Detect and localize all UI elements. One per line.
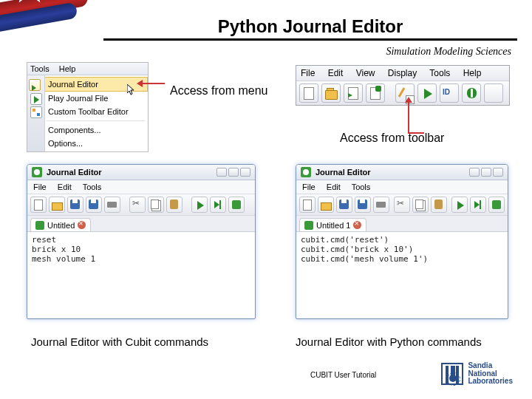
tools-menu-panel: Tools Help Journal Editor Play Journal F… [27,62,149,152]
menu-item-label: Options... [48,139,83,148]
je-toolbar [27,194,255,216]
toolbar-open-icon[interactable] [321,83,341,103]
je-title-text: Journal Editor [316,168,465,177]
toolbar-run-icon[interactable] [417,83,437,103]
menu-tools[interactable]: Tools [30,64,50,73]
toolbar-script-play-icon[interactable] [344,83,363,103]
je-tab-icon [35,221,44,230]
menu-help[interactable]: Help [59,64,76,73]
je-run-icon[interactable] [191,197,208,213]
je-open-icon[interactable] [318,197,334,213]
je-copy-icon[interactable] [412,197,429,213]
je-menu-edit[interactable]: Edit [58,183,72,191]
je-new-icon[interactable] [299,197,316,213]
journal-editor-icon [29,79,41,91]
je-menu-edit[interactable]: Edit [327,183,341,191]
je-menu-file[interactable]: File [33,183,47,191]
slide-title: Python Journal Editor [103,16,517,37]
window-min-icon[interactable] [216,168,227,177]
je-editor-body[interactable]: reset brick x 10 mesh volume 1 [27,232,255,318]
toolbar-extra-icon[interactable] [484,83,503,103]
label-access-menu: Access from menu [170,84,267,98]
je-tab-untitled[interactable]: Untitled [30,218,91,231]
je-copy-icon[interactable] [148,197,164,213]
toolbar-journal-editor-icon[interactable] [395,83,415,103]
je-new-icon[interactable] [30,197,47,213]
je-app-icon [301,167,311,177]
je-tab-untitled[interactable]: Untitled 1 [299,218,366,231]
je-tab-icon [304,221,313,230]
window-restore-icon[interactable] [481,168,491,177]
app-menu-view[interactable]: View [356,68,375,78]
play-icon [30,93,42,105]
je-paste-icon[interactable] [431,197,447,213]
je-tab-close-icon[interactable] [78,221,86,229]
sandia-line3: Laboratories [468,378,513,386]
app-menu-tools[interactable]: Tools [429,68,450,78]
je-cut-icon[interactable] [129,197,146,213]
je-run-icon[interactable] [451,197,468,213]
menu-item-label: Journal Editor [48,80,98,89]
app-menu-help[interactable]: Help [463,68,482,78]
je-cut-icon[interactable] [394,197,410,213]
je-tabstrip: Untitled [27,216,255,232]
menu-item-label: Custom Toolbar Editor [48,107,129,116]
je-cube-icon[interactable] [228,197,245,213]
window-close-icon[interactable] [240,168,250,177]
menu-item-label: Play Journal File [48,94,108,103]
label-access-toolbar: Access from toolbar [340,132,444,145]
je-toolbar [296,194,508,216]
sandia-logo: Sandia National Laboratories [441,362,513,386]
window-min-icon[interactable] [469,168,480,177]
toolbar-script-add-icon[interactable] [366,83,385,103]
je-saveas-icon[interactable] [355,197,371,213]
menu-item-custom-toolbar[interactable]: Custom Toolbar Editor [27,105,148,118]
footer-text: CUBIT User Tutorial [310,371,376,379]
app-toolbar [296,81,509,105]
je-print-icon[interactable] [373,197,389,213]
app-menubar: File Edit View Display Tools Help [296,66,509,81]
toolbar-id-icon[interactable] [440,83,459,103]
journal-editor-window-python: Journal Editor File Edit Tools Untitled … [296,164,508,319]
je-save-icon[interactable] [67,197,83,213]
custom-toolbar-icon [30,106,42,118]
app-menu-edit[interactable]: Edit [328,68,344,78]
menu-item-journal-editor[interactable]: Journal Editor [45,77,148,92]
slide-flag-decor [0,0,89,44]
je-open-icon[interactable] [49,197,65,213]
je-tab-close-icon[interactable] [353,221,361,229]
journal-editor-window-cubit: Journal Editor File Edit Tools Untitled [27,164,256,319]
je-menubar: File Edit Tools [296,180,508,194]
je-paste-icon[interactable] [166,197,183,213]
je-tab-label: Untitled 1 [316,221,350,230]
je-titlebar: Journal Editor [27,165,255,180]
je-menu-tools[interactable]: Tools [352,183,371,191]
toolbar-database-icon[interactable] [462,83,481,103]
je-tab-label: Untitled [47,221,75,230]
app-menu-display[interactable]: Display [388,68,417,78]
caption-cubit: Journal Editor with Cubit commands [31,335,208,348]
sandia-line1: Sandia [468,362,513,370]
menu-item-components[interactable]: Components... [27,123,148,137]
je-tabstrip: Untitled 1 [296,216,508,232]
je-print-icon[interactable] [104,197,120,213]
toolbar-new-icon[interactable] [299,83,318,103]
menu-item-label: Components... [48,126,101,134]
menu-item-options[interactable]: Options... [27,137,148,150]
je-menu-tools[interactable]: Tools [83,183,102,191]
slide-title-bar: Python Journal Editor [103,16,517,41]
je-save-icon[interactable] [336,197,352,213]
window-restore-icon[interactable] [228,168,239,177]
je-menu-file[interactable]: File [302,183,316,191]
je-menubar: File Edit Tools [27,180,255,194]
je-cube-icon[interactable] [488,197,505,213]
je-step-icon[interactable] [470,197,486,213]
app-menu-file[interactable]: File [301,68,315,78]
je-saveas-icon[interactable] [86,197,102,213]
je-step-icon[interactable] [210,197,226,213]
je-editor-body[interactable]: cubit.cmd('reset') cubit.cmd('brick x 10… [296,232,508,318]
window-close-icon[interactable] [493,168,503,177]
app-menubar-toolbar: File Edit View Display Tools Help [296,65,510,106]
je-app-icon [32,167,42,177]
menu-item-play-journal[interactable]: Play Journal File [27,92,148,105]
